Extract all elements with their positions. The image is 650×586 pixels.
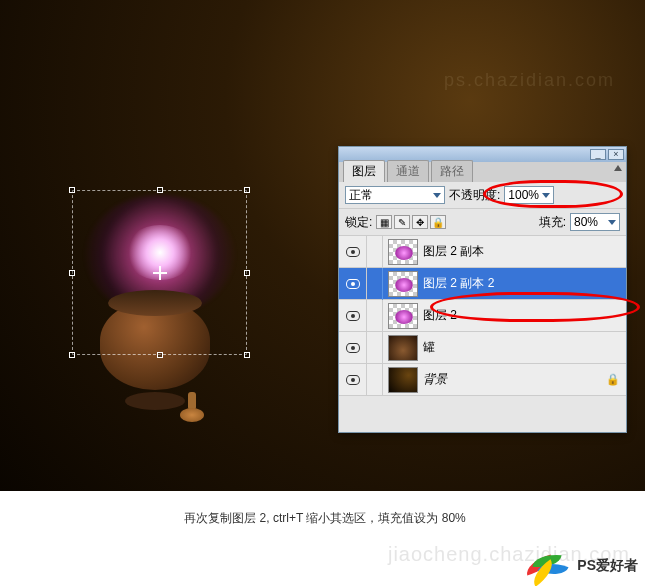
lock-pixels-icon[interactable]: ✎ xyxy=(394,215,410,229)
eye-icon xyxy=(346,247,360,257)
layer-thumbnail[interactable] xyxy=(388,303,418,329)
visibility-toggle[interactable] xyxy=(339,236,367,268)
handle-tr[interactable] xyxy=(244,187,250,193)
handle-tc[interactable] xyxy=(157,187,163,193)
layer-row[interactable]: 图层 2 xyxy=(339,300,626,332)
layer-row[interactable]: 图层 2 副本 xyxy=(339,236,626,268)
visibility-toggle[interactable] xyxy=(339,300,367,332)
eye-icon xyxy=(346,343,360,353)
eye-icon xyxy=(346,279,360,289)
opacity-label: 不透明度: xyxy=(449,187,500,204)
layer-name[interactable]: 图层 2 xyxy=(423,307,457,324)
tab-paths[interactable]: 路径 xyxy=(431,160,473,182)
close-button[interactable]: × xyxy=(608,149,624,160)
fill-input[interactable]: 80% xyxy=(570,213,620,231)
brand-name: PS爱好者 xyxy=(577,557,638,575)
fill-label: 填充: xyxy=(539,214,566,231)
lock-icon: 🔒 xyxy=(606,373,620,386)
opacity-input[interactable]: 100% xyxy=(504,186,554,204)
layer-row[interactable]: 罐 xyxy=(339,332,626,364)
tab-layers[interactable]: 图层 xyxy=(343,160,385,182)
lock-label: 锁定: xyxy=(345,214,372,231)
chevron-down-icon xyxy=(433,193,441,198)
handle-tl[interactable] xyxy=(69,187,75,193)
tutorial-caption: 再次复制图层 2, ctrl+T 缩小其选区，填充值设为 80% xyxy=(0,510,650,527)
link-column[interactable] xyxy=(367,300,383,332)
panel-tabs: 图层 通道 路径 xyxy=(339,162,626,182)
layers-panel: _ × 图层 通道 路径 正常 不透明度: 100% 锁定: ▦ ✎ ✥ 🔒 填… xyxy=(338,146,627,433)
layer-name[interactable]: 罐 xyxy=(423,339,435,356)
link-column[interactable] xyxy=(367,364,383,396)
eye-icon xyxy=(346,375,360,385)
visibility-toggle[interactable] xyxy=(339,364,367,396)
link-column[interactable] xyxy=(367,268,383,300)
handle-bc[interactable] xyxy=(157,352,163,358)
layers-list: 图层 2 副本 图层 2 副本 2 图层 2 罐 背景 🔒 xyxy=(339,236,626,396)
canvas-watermark: ps.chazidian.com xyxy=(444,70,615,91)
handle-ml[interactable] xyxy=(69,270,75,276)
fill-value: 80% xyxy=(574,215,598,229)
blend-mode-select[interactable]: 正常 xyxy=(345,186,445,204)
layer-name[interactable]: 背景 xyxy=(423,371,447,388)
visibility-toggle[interactable] xyxy=(339,268,367,300)
transform-selection[interactable] xyxy=(72,190,247,355)
brand-logo: PS爱好者 xyxy=(523,552,638,580)
layer-name[interactable]: 图层 2 副本 xyxy=(423,243,484,260)
lock-fill-row: 锁定: ▦ ✎ ✥ 🔒 填充: 80% xyxy=(339,209,626,236)
layer-thumbnail[interactable] xyxy=(388,335,418,361)
layer-thumbnail[interactable] xyxy=(388,271,418,297)
lock-position-icon[interactable]: ✥ xyxy=(412,215,428,229)
minimize-button[interactable]: _ xyxy=(590,149,606,160)
handle-mr[interactable] xyxy=(244,270,250,276)
handle-bl[interactable] xyxy=(69,352,75,358)
transform-center[interactable] xyxy=(153,266,167,280)
layer-name[interactable]: 图层 2 副本 2 xyxy=(423,275,494,292)
layer-row[interactable]: 图层 2 副本 2 xyxy=(339,268,626,300)
layer-row[interactable]: 背景 🔒 xyxy=(339,364,626,396)
tab-channels[interactable]: 通道 xyxy=(387,160,429,182)
eye-icon xyxy=(346,311,360,321)
handle-br[interactable] xyxy=(244,352,250,358)
lock-buttons: ▦ ✎ ✥ 🔒 xyxy=(376,215,446,229)
link-column[interactable] xyxy=(367,332,383,364)
layer-thumbnail[interactable] xyxy=(388,367,418,393)
chevron-down-icon xyxy=(542,193,550,198)
visibility-toggle[interactable] xyxy=(339,332,367,364)
panel-menu-icon[interactable] xyxy=(614,165,622,171)
layer-thumbnail[interactable] xyxy=(388,239,418,265)
opacity-value: 100% xyxy=(508,188,539,202)
chevron-down-icon xyxy=(608,220,616,225)
lock-transparency-icon[interactable]: ▦ xyxy=(376,215,392,229)
link-column[interactable] xyxy=(367,236,383,268)
lock-all-icon[interactable]: 🔒 xyxy=(430,215,446,229)
blend-mode-value: 正常 xyxy=(349,187,373,204)
blend-opacity-row: 正常 不透明度: 100% xyxy=(339,182,626,209)
logo-icon xyxy=(523,552,571,580)
